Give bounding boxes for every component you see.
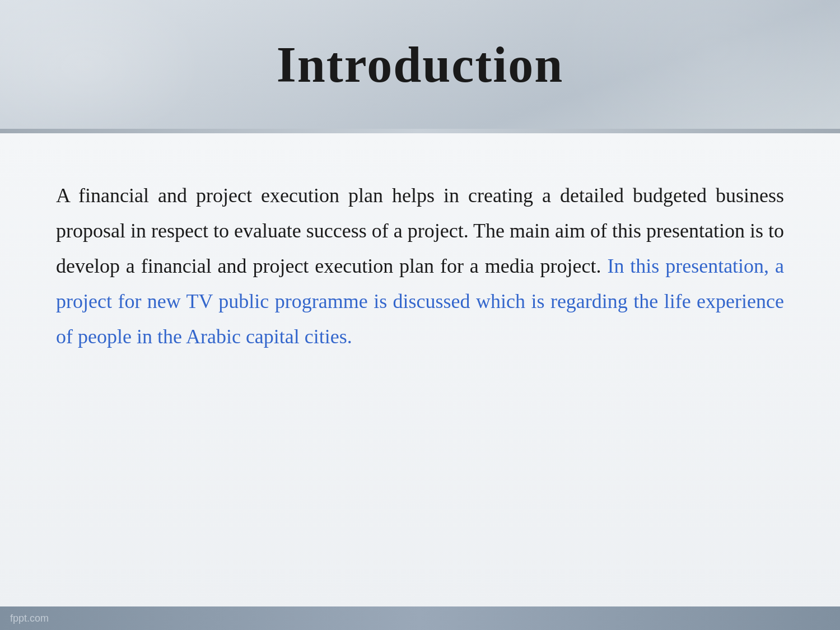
slide-footer: fppt.com (0, 606, 840, 630)
slide-container: Introduction A financial and project exe… (0, 0, 840, 630)
slide-title: Introduction (277, 36, 563, 94)
header-section: Introduction (0, 0, 840, 129)
footer-label: fppt.com (10, 613, 49, 624)
section-divider (0, 129, 840, 133)
body-paragraph: A financial and project execution plan h… (56, 178, 784, 354)
body-section: A financial and project execution plan h… (0, 133, 840, 630)
